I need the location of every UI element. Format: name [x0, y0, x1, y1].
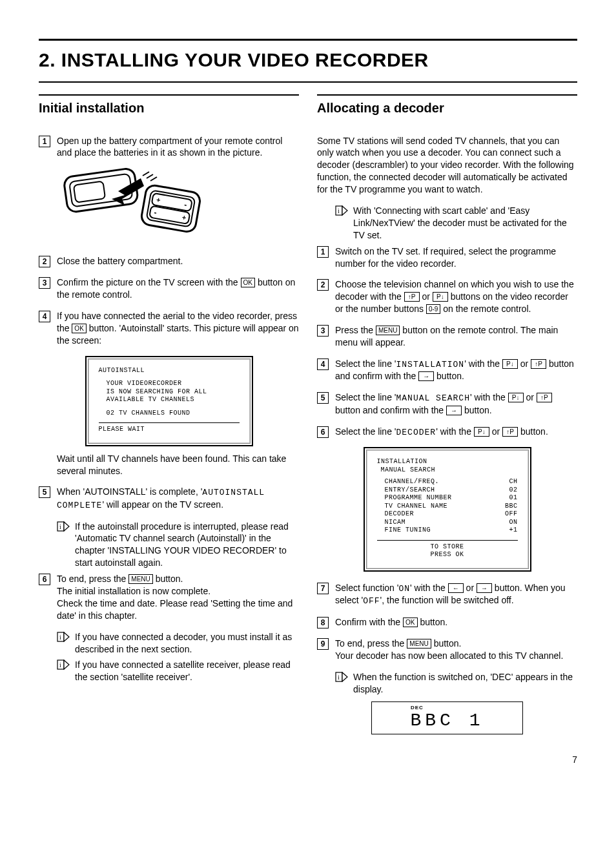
step-number: 5 [39, 486, 50, 498]
svg-text:i: i [59, 661, 61, 669]
info-icon: i [57, 632, 70, 656]
menu-button-label: MENU [407, 639, 431, 649]
step-number: 6 [39, 574, 50, 585]
menu-button-label: MENU [128, 574, 152, 584]
svg-text:i: i [338, 674, 340, 681]
page-title: 2. INSTALLING YOUR VIDEO RECORDER [39, 39, 577, 83]
step-number: 1 [317, 246, 329, 258]
info-icon: i [335, 205, 348, 242]
step-number: 9 [317, 638, 329, 650]
ok-button-label: OK [403, 618, 417, 627]
step-number: 7 [317, 583, 329, 594]
step-text: If you have connected the aerial to the … [57, 310, 299, 347]
menu-button-label: MENU [376, 326, 400, 335]
col-allocating-decoder: Allocating a decoder Some TV stations wi… [317, 94, 577, 735]
p-down-button-label: P↓ [508, 393, 524, 402]
vcr-display: DEC BBC 1 [371, 701, 523, 734]
svg-rect-2 [74, 182, 105, 203]
step-text: Wait until all TV channels have been fou… [57, 453, 299, 477]
tip-text: When the function is switched on, 'DEC' … [353, 671, 577, 696]
step-number: 1 [39, 136, 50, 147]
svg-text:i: i [338, 207, 340, 214]
svg-text:i: i [59, 523, 61, 530]
p-down-button-label: P↓ [433, 292, 448, 302]
tip-text: With 'Connecting with scart cable' and '… [353, 205, 577, 242]
step-text: Open up the battery compartment of your … [57, 135, 299, 160]
info-icon: i [57, 659, 70, 683]
step-text: Select the line 'INSTALLATION' with the … [335, 358, 577, 382]
right-button-label: → [418, 371, 434, 381]
svg-line-5 [150, 177, 157, 181]
p-up-button-label: ↑P [531, 359, 546, 369]
tip-text: If the autoinstall procedure is interrup… [75, 521, 299, 570]
tip-text: If you have connected a decoder, you mus… [75, 631, 299, 656]
step-text: Press the MENU button on the remote cont… [335, 324, 577, 349]
right-button-label: → [446, 406, 462, 415]
digits-button-label: 0-9 [426, 304, 440, 314]
info-icon: i [57, 521, 70, 570]
p-down-button-label: P↓ [502, 359, 518, 369]
step-number: 4 [317, 358, 329, 370]
p-up-button-label: ↑P [537, 393, 552, 402]
ok-button-label: OK [72, 324, 86, 333]
svg-line-3 [143, 172, 149, 176]
p-up-button-label: ↑P [404, 292, 420, 302]
left-button-label: ← [448, 583, 464, 593]
step-text: Select the line 'MANUAL SEARCH' with the… [335, 391, 577, 416]
col-initial-installation: Initial installation 1 Open up the batte… [39, 94, 299, 735]
step-number: 2 [39, 256, 50, 267]
battery-illustration: + - - + [57, 168, 299, 242]
step-text: Select the line 'DECODER' with the P↓ or… [335, 426, 577, 439]
step-text: Close the battery compartment. [57, 255, 299, 267]
info-icon: i [335, 672, 348, 696]
step-text: To end, press the MENU button. The initi… [57, 573, 299, 622]
page-number: 7 [39, 754, 577, 766]
step-number: 3 [39, 277, 50, 289]
tv-screen-manual-search: INSTALLATION MANUAL SEARCH CHANNEL/FREQ.… [364, 447, 531, 572]
p-down-button-label: P↓ [474, 427, 489, 437]
step-number: 6 [317, 426, 329, 438]
right-button-label: → [477, 583, 492, 593]
svg-text:i: i [59, 634, 61, 641]
step-text: Choose the television channel on which y… [335, 278, 577, 315]
svg-line-4 [147, 174, 153, 178]
step-number: 2 [317, 279, 329, 291]
step-number: 4 [39, 311, 50, 322]
step-text: Select function 'ON' with the ← or → but… [335, 582, 577, 607]
ok-button-label: OK [241, 278, 255, 287]
step-number: 5 [317, 392, 329, 404]
p-up-button-label: ↑P [502, 427, 518, 437]
step-text: When 'AUTOINSTALL' is complete, 'AUTOINS… [57, 486, 299, 511]
step-text: Switch on the TV set. If required, selec… [335, 245, 577, 270]
step-number: 3 [317, 325, 329, 337]
heading-allocating-decoder: Allocating a decoder [317, 94, 577, 117]
step-number: 8 [317, 617, 329, 628]
step-text: To end, press the MENU button. Your deco… [335, 638, 577, 662]
intro-text: Some TV stations will send coded TV chan… [317, 135, 577, 196]
heading-initial-installation: Initial installation [39, 94, 299, 117]
step-text: Confirm the picture on the TV screen wit… [57, 276, 299, 301]
step-text: Confirm with the OK button. [335, 616, 577, 628]
tv-screen-autoinstall: AUTOINSTALL YOUR VIDEORECORDER IS NOW SE… [85, 356, 253, 446]
tip-text: If you have connected a satellite receiv… [75, 659, 299, 683]
